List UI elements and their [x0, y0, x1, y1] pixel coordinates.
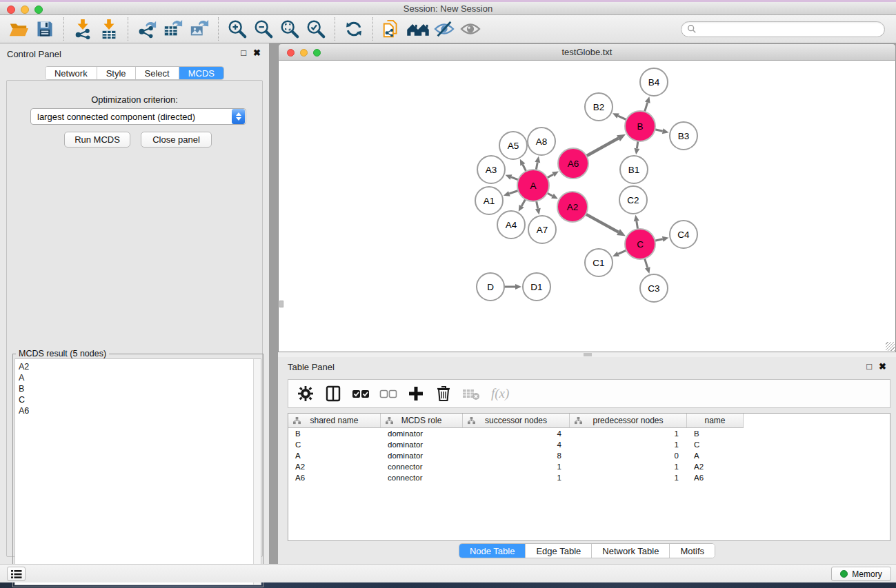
column-header-predecessor-nodes[interactable]: predecessor nodes: [570, 414, 687, 427]
graph-node-C4[interactable]: C4: [670, 221, 697, 248]
minimize-window-button[interactable]: [21, 6, 29, 14]
function-builder-icon[interactable]: f(x): [491, 386, 509, 401]
import-network-icon[interactable]: [71, 18, 94, 40]
minimize-network-button[interactable]: [300, 49, 308, 57]
column-header-shared-name[interactable]: shared name: [288, 414, 381, 427]
mcds-result-item[interactable]: A6: [19, 405, 261, 416]
close-window-button[interactable]: [7, 6, 15, 14]
save-session-icon[interactable]: [33, 18, 57, 40]
graph-node-B2[interactable]: B2: [585, 93, 613, 121]
graph-node-A1[interactable]: A1: [475, 187, 503, 214]
export-network-icon[interactable]: [135, 18, 159, 40]
graph-edge-D-D1[interactable]: [504, 284, 521, 290]
graph-node-A3[interactable]: A3: [477, 156, 505, 183]
tab-motifs[interactable]: Motifs: [670, 544, 715, 558]
graph-node-D[interactable]: D: [477, 273, 504, 301]
graph-edge-C-C3[interactable]: [645, 258, 650, 274]
graph-edge-C-C1[interactable]: [613, 250, 626, 256]
graph-node-B3[interactable]: B3: [670, 122, 697, 150]
graph-node-A2[interactable]: A2: [557, 192, 588, 222]
graph-edge-A-A6[interactable]: [547, 172, 559, 178]
mcds-result-item[interactable]: C: [19, 394, 261, 405]
graph-edge-B-B3[interactable]: [655, 128, 668, 134]
zoom-fit-icon[interactable]: [278, 18, 301, 40]
graph-edge-C-C2[interactable]: [634, 215, 639, 230]
column-header-name[interactable]: name: [687, 414, 744, 427]
graph-edge-A-A1[interactable]: [504, 190, 518, 196]
column-options-icon[interactable]: [324, 385, 342, 403]
table-row[interactable]: Cdominator41C: [288, 439, 890, 450]
mcds-result-item[interactable]: A: [19, 372, 261, 383]
delete-column-trash-icon[interactable]: [435, 385, 452, 403]
graph-node-A6[interactable]: A6: [558, 148, 588, 179]
table-row[interactable]: Adominator80A: [288, 450, 890, 461]
task-history-button[interactable]: [7, 567, 26, 581]
graph-edge-A6-B[interactable]: [586, 134, 626, 156]
column-header-successor-nodes[interactable]: successor nodes: [463, 414, 570, 427]
search-field[interactable]: [681, 21, 885, 37]
memory-button[interactable]: Memory: [831, 567, 891, 581]
graph-node-A[interactable]: A: [517, 170, 549, 201]
mcds-result-list[interactable]: A2ABCA6: [14, 358, 261, 585]
graph-node-C1[interactable]: C1: [585, 249, 613, 276]
tab-mcds[interactable]: MCDS: [179, 67, 223, 79]
export-table-icon[interactable]: [161, 18, 185, 40]
graph-node-B4[interactable]: B4: [640, 68, 668, 96]
show-all-eye-icon[interactable]: [459, 18, 482, 40]
search-input[interactable]: [697, 24, 879, 34]
add-column-icon[interactable]: [407, 385, 425, 403]
deselect-all-icon[interactable]: [379, 385, 397, 403]
select-all-icon[interactable]: [352, 385, 370, 403]
graph-edge-B-B4[interactable]: [645, 97, 650, 112]
run-mcds-button[interactable]: Run MCDS: [64, 132, 130, 148]
float-panel-icon[interactable]: □: [866, 362, 872, 372]
close-network-button[interactable]: [287, 49, 295, 57]
graph-node-A8[interactable]: A8: [528, 128, 555, 155]
canvas-horizontal-scroll-thumb[interactable]: [584, 353, 592, 356]
graph-node-C2[interactable]: C2: [619, 186, 647, 214]
graph-edge-A-A3[interactable]: [506, 174, 519, 180]
apply-style-icon[interactable]: [380, 18, 404, 40]
mcds-result-item[interactable]: B: [19, 383, 261, 394]
graph-node-C3[interactable]: C3: [640, 274, 668, 302]
graph-node-C[interactable]: C: [625, 229, 655, 259]
table-options-gear-icon[interactable]: [297, 385, 315, 403]
window-resize-grip[interactable]: [886, 342, 895, 351]
network-canvas[interactable]: AA1A2A3A4A5A6A7A8BB1B2B3B4CC1C2C3C4DD1: [278, 61, 896, 352]
graph-node-B[interactable]: B: [625, 111, 655, 141]
zoom-window-button[interactable]: [34, 6, 43, 14]
tab-node-table[interactable]: Node Table: [459, 544, 526, 558]
graph-node-A4[interactable]: A4: [497, 211, 525, 239]
graph-edge-A-A2[interactable]: [547, 193, 558, 199]
graph-edge-B-B2[interactable]: [613, 113, 626, 119]
network-window-titlebar[interactable]: testGlobe.txt: [278, 43, 896, 61]
zoom-selected-icon[interactable]: [304, 18, 328, 40]
table-row[interactable]: Bdominator41B: [288, 428, 890, 439]
graph-edge-A-A4[interactable]: [519, 199, 526, 212]
graph-node-B1[interactable]: B1: [620, 156, 648, 183]
mcds-result-item[interactable]: A2: [19, 361, 261, 372]
graph-edge-C-C4[interactable]: [655, 236, 668, 242]
zoom-network-button[interactable]: [313, 49, 321, 57]
graph-node-A5[interactable]: A5: [499, 132, 527, 159]
close-panel-icon[interactable]: ✖: [253, 48, 261, 58]
zoom-in-icon[interactable]: [226, 18, 249, 40]
criterion-dropdown[interactable]: largest connected component (directed): [30, 108, 246, 125]
list-scrollbar[interactable]: [253, 359, 261, 585]
close-panel-icon[interactable]: ✖: [879, 362, 886, 372]
delete-table-icon[interactable]: [462, 385, 480, 403]
graph-edge-A-A5[interactable]: [520, 159, 526, 172]
canvas-horizontal-scrollbar[interactable]: [278, 352, 896, 357]
first-neighbors-icon[interactable]: [406, 18, 430, 40]
close-panel-button[interactable]: Close panel: [141, 132, 212, 148]
graph-node-A7[interactable]: A7: [528, 216, 556, 243]
column-header-MCDS-role[interactable]: MCDS role: [381, 414, 463, 427]
open-file-icon[interactable]: [7, 18, 30, 40]
graph-edge-A-A8[interactable]: [535, 156, 540, 170]
tab-network[interactable]: Network: [46, 67, 97, 79]
graph-node-D1[interactable]: D1: [523, 273, 550, 301]
export-image-icon[interactable]: [188, 18, 211, 40]
graph-edge-B-B1[interactable]: [634, 141, 639, 154]
tab-select[interactable]: Select: [136, 67, 179, 79]
zoom-out-icon[interactable]: [252, 18, 275, 40]
